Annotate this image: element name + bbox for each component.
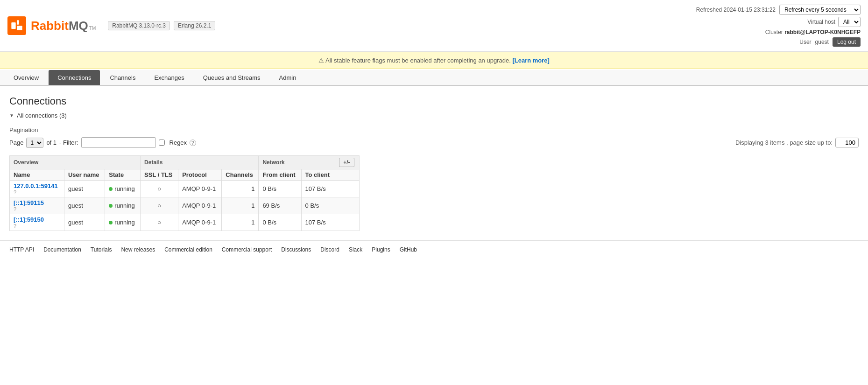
refresh-row: Refreshed 2024-01-15 23:31:22 Refresh ev… bbox=[696, 5, 861, 15]
connections-table: Overview Details Network +/- Name User n… bbox=[9, 155, 360, 231]
conn-channels-cell: 1 bbox=[222, 181, 259, 197]
pagination-section: Pagination Page 1 of 1 - Filter: Regex ?… bbox=[9, 126, 859, 148]
tab-overview[interactable]: Overview bbox=[5, 70, 48, 85]
conn-name-link[interactable]: [::1]:59115 bbox=[14, 199, 60, 206]
conn-from-client-cell: 0 B/s bbox=[259, 214, 301, 231]
col-header-ssl-tls: SSL / TLS bbox=[141, 169, 178, 181]
footer-link-tutorials[interactable]: Tutorials bbox=[91, 246, 112, 253]
header: Rabbit MQ TM RabbitMQ 3.13.0-rc.3 Erlang… bbox=[0, 0, 868, 52]
vhost-row: Virtual host All bbox=[807, 17, 861, 27]
col-header-state: State bbox=[105, 169, 141, 181]
pagination-label: Pagination bbox=[9, 126, 859, 133]
conn-channels-cell: 1 bbox=[222, 197, 259, 214]
tab-queues-and-streams[interactable]: Queues and Streams bbox=[194, 70, 269, 85]
header-right: Refreshed 2024-01-15 23:31:22 Refresh ev… bbox=[696, 5, 861, 47]
page-size-input[interactable]: 100 bbox=[835, 138, 859, 147]
footer-link-documentation[interactable]: Documentation bbox=[43, 246, 81, 253]
conn-extra-cell bbox=[335, 214, 360, 231]
state-running-dot bbox=[109, 204, 113, 208]
footer-link-plugins[interactable]: Plugins bbox=[372, 246, 390, 253]
tab-connections[interactable]: Connections bbox=[49, 70, 100, 85]
logo-area: Rabbit MQ TM RabbitMQ 3.13.0-rc.3 Erlang… bbox=[7, 16, 696, 35]
erlang-version-badge: Erlang 26.2.1 bbox=[174, 21, 215, 30]
footer-link-commercial-edition[interactable]: Commercial edition bbox=[164, 246, 212, 253]
conn-state-cell: running bbox=[105, 197, 141, 214]
conn-channels-cell: 1 bbox=[222, 214, 259, 231]
table-col-header-row: Name User name State SSL / TLS Protocol … bbox=[10, 169, 360, 181]
regex-checkbox[interactable] bbox=[159, 140, 165, 146]
conn-state: running bbox=[109, 219, 136, 226]
filter-input[interactable] bbox=[81, 137, 156, 148]
filter-label: - Filter: bbox=[59, 139, 78, 146]
col-header-protocol: Protocol bbox=[178, 169, 222, 181]
col-header-username: User name bbox=[64, 169, 105, 181]
content: Connections ▼ All connections (3) Pagina… bbox=[0, 86, 868, 240]
logout-button[interactable]: Log out bbox=[833, 37, 861, 47]
conn-name-sub: ? bbox=[14, 206, 60, 212]
table-row: [::1]:59115 ? guest running ○ AMQP 0-9-1… bbox=[10, 197, 360, 214]
conn-from-client-cell: 69 B/s bbox=[259, 197, 301, 214]
svg-rect-1 bbox=[17, 20, 19, 24]
refreshed-timestamp: Refreshed 2024-01-15 23:31:22 bbox=[696, 7, 776, 13]
pagination-controls: Page 1 of 1 - Filter: Regex ? Displaying… bbox=[9, 137, 859, 148]
conn-to-client-cell: 107 B/s bbox=[301, 214, 335, 231]
footer-link-new-releases[interactable]: New releases bbox=[121, 246, 155, 253]
regex-help-icon[interactable]: ? bbox=[190, 140, 196, 146]
col-header-channels: Channels bbox=[222, 169, 259, 181]
svg-rect-0 bbox=[11, 22, 15, 29]
connections-count[interactable]: ▼ All connections (3) bbox=[9, 112, 859, 119]
conn-username-cell: guest bbox=[64, 197, 105, 214]
connections-arrow-icon: ▼ bbox=[9, 113, 14, 118]
page-title: Connections bbox=[9, 95, 859, 107]
conn-username-cell: guest bbox=[64, 181, 105, 197]
col-header-from-client: From client bbox=[259, 169, 301, 181]
conn-to-client-cell: 0 B/s bbox=[301, 197, 335, 214]
logo-tm: TM bbox=[89, 26, 96, 31]
display-info: Displaying 3 items , page size up to: 10… bbox=[735, 138, 859, 147]
plus-minus-button[interactable]: +/- bbox=[339, 158, 354, 167]
user-name: guest bbox=[815, 39, 829, 45]
rabbitmq-logo-icon bbox=[7, 16, 26, 35]
col-header-spacer bbox=[335, 169, 360, 181]
conn-from-client-cell: 0 B/s bbox=[259, 181, 301, 197]
banner-warning-icon: ⚠ bbox=[318, 57, 324, 64]
tab-admin[interactable]: Admin bbox=[270, 70, 305, 85]
page-label: Page bbox=[9, 139, 23, 146]
table-row: [::1]:59150 ? guest running ○ AMQP 0-9-1… bbox=[10, 214, 360, 231]
group-header-details: Details bbox=[141, 156, 259, 169]
banner-message: All stable feature flags must be enabled… bbox=[325, 57, 511, 64]
footer-link-github[interactable]: GitHub bbox=[400, 246, 417, 253]
conn-name-sub: ? bbox=[14, 223, 60, 229]
user-row: User guest Log out bbox=[799, 37, 861, 47]
conn-name-link[interactable]: 127.0.0.1:59141 bbox=[14, 182, 60, 189]
state-running-dot bbox=[109, 221, 113, 224]
version-badges: RabbitMQ 3.13.0-rc.3 Erlang 26.2.1 bbox=[108, 21, 215, 30]
conn-ssl-cell: ○ bbox=[141, 197, 178, 214]
conn-protocol-cell: AMQP 0-9-1 bbox=[178, 214, 222, 231]
conn-name-sub: ? bbox=[14, 189, 60, 195]
conn-name-link[interactable]: [::1]:59150 bbox=[14, 216, 60, 223]
tab-channels[interactable]: Channels bbox=[101, 70, 144, 85]
display-info-text: Displaying 3 items , page size up to: bbox=[735, 139, 833, 146]
table-row: 127.0.0.1:59141 ? guest running ○ AMQP 0… bbox=[10, 181, 360, 197]
page-select[interactable]: 1 bbox=[26, 138, 43, 148]
footer-link-discord[interactable]: Discord bbox=[320, 246, 339, 253]
footer-link-http-api[interactable]: HTTP API bbox=[9, 246, 34, 253]
nav: Overview Connections Channels Exchanges … bbox=[0, 70, 868, 86]
banner-learn-more-link[interactable]: [Learn more] bbox=[512, 57, 549, 64]
refresh-select[interactable]: Refresh every 5 seconds Refresh every 10… bbox=[779, 5, 861, 15]
vhost-select[interactable]: All bbox=[838, 17, 861, 27]
footer-link-slack[interactable]: Slack bbox=[349, 246, 362, 253]
group-header-network: Network bbox=[259, 156, 335, 169]
conn-name-cell: 127.0.0.1:59141 ? bbox=[10, 181, 64, 197]
footer: HTTP API Documentation Tutorials New rel… bbox=[0, 240, 868, 259]
tab-exchanges[interactable]: Exchanges bbox=[145, 70, 193, 85]
regex-label: Regex bbox=[169, 139, 187, 146]
state-running-dot bbox=[109, 187, 113, 191]
group-header-overview: Overview bbox=[10, 156, 141, 169]
connections-tbody: 127.0.0.1:59141 ? guest running ○ AMQP 0… bbox=[10, 181, 360, 231]
rabbitmq-version-badge: RabbitMQ 3.13.0-rc.3 bbox=[108, 21, 170, 30]
conn-username-cell: guest bbox=[64, 214, 105, 231]
footer-link-commercial-support[interactable]: Commercial support bbox=[222, 246, 272, 253]
footer-link-discussions[interactable]: Discussions bbox=[281, 246, 311, 253]
